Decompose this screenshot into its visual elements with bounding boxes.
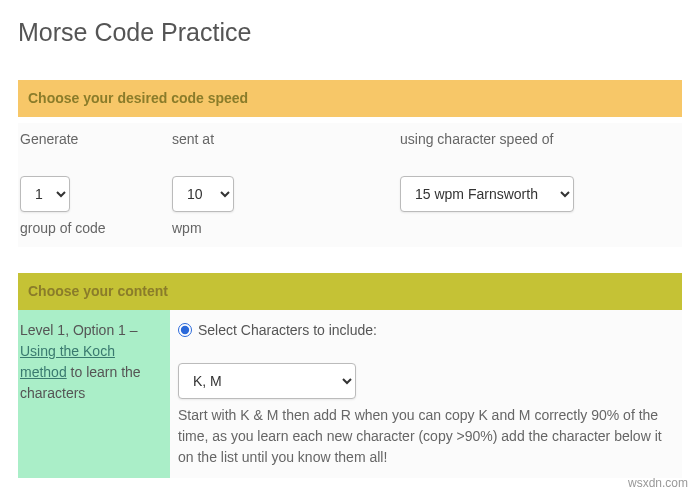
watermark: wsxdn.com: [628, 474, 688, 492]
select-chars-radio[interactable]: [178, 323, 192, 337]
content-section-heading: Choose your content: [18, 273, 682, 310]
wpm-select[interactable]: 10: [172, 176, 234, 212]
group-count-select[interactable]: 1: [20, 176, 70, 212]
koch-description: Start with K & M then add R when you can…: [178, 405, 676, 468]
characters-select[interactable]: K, M: [178, 363, 356, 399]
char-speed-label: using character speed of: [400, 129, 680, 150]
content-section-body: Level 1, Option 1 – Using the Koch metho…: [18, 310, 682, 478]
speed-section-heading: Choose your desired code speed: [18, 80, 682, 117]
char-speed-select[interactable]: 15 wpm Farnsworth: [400, 176, 574, 212]
generate-label: Generate: [20, 129, 172, 150]
speed-section-body: Generate 1 group of code sent at 10 wpm …: [18, 123, 682, 247]
group-of-code-label: group of code: [20, 218, 172, 239]
select-chars-label: Select Characters to include:: [198, 320, 377, 341]
page-title: Morse Code Practice: [18, 14, 682, 52]
level-option-text: Level 1, Option 1 –: [20, 322, 138, 338]
sent-at-label: sent at: [172, 129, 400, 150]
koch-method-cell: Level 1, Option 1 – Using the Koch metho…: [18, 310, 170, 478]
select-chars-radio-row[interactable]: Select Characters to include:: [178, 320, 676, 341]
wpm-label: wpm: [172, 218, 400, 239]
character-selection-cell: Select Characters to include: K, M Start…: [170, 310, 682, 478]
